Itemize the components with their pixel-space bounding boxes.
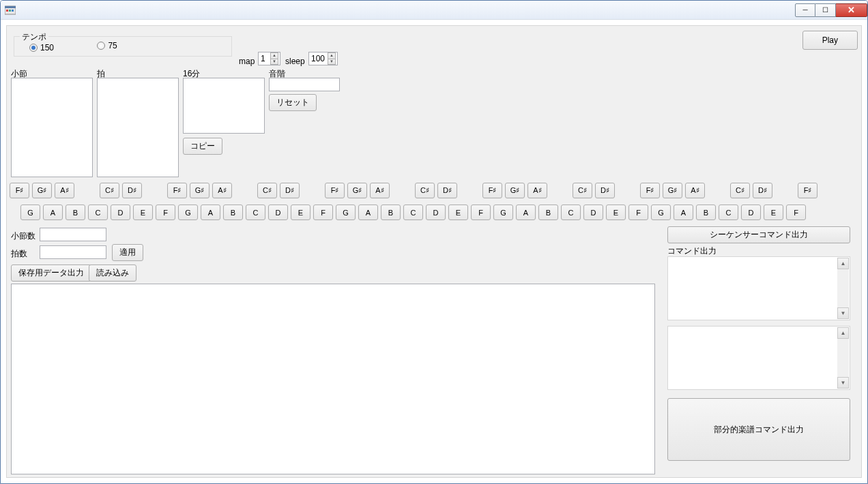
apply-button[interactable]: 適用 bbox=[112, 244, 143, 261]
key-Dsharp[interactable]: D♯ bbox=[122, 183, 142, 198]
beat-count-input[interactable] bbox=[40, 245, 106, 259]
key-Asharp[interactable]: A♯ bbox=[212, 183, 232, 198]
key-C[interactable]: C bbox=[88, 205, 108, 220]
key-Asharp[interactable]: A♯ bbox=[527, 183, 547, 198]
scrollbar[interactable]: ▲ ▼ bbox=[837, 327, 849, 389]
key-B[interactable]: B bbox=[223, 205, 243, 220]
scroll-up-icon[interactable]: ▲ bbox=[837, 258, 849, 269]
partial-button[interactable]: 部分的楽譜コマンド出力 bbox=[667, 398, 850, 461]
beat-listbox[interactable] bbox=[97, 78, 179, 177]
scroll-down-icon[interactable]: ▼ bbox=[837, 307, 849, 319]
key-Csharp[interactable]: C♯ bbox=[730, 183, 750, 198]
key-G[interactable]: G bbox=[336, 205, 356, 220]
key-Gsharp[interactable]: G♯ bbox=[32, 183, 52, 198]
key-F[interactable]: F bbox=[786, 205, 806, 220]
sleep-label: sleep bbox=[285, 57, 305, 66]
play-button[interactable]: Play bbox=[802, 31, 858, 50]
key-A[interactable]: A bbox=[674, 205, 693, 220]
key-D[interactable]: D bbox=[268, 205, 288, 220]
key-Csharp[interactable]: C♯ bbox=[100, 183, 119, 198]
key-Csharp[interactable]: C♯ bbox=[573, 183, 592, 198]
close-button[interactable]: ✕ bbox=[836, 3, 867, 17]
key-Csharp[interactable]: C♯ bbox=[257, 183, 277, 198]
main-textarea[interactable] bbox=[11, 284, 655, 474]
key-B[interactable]: B bbox=[381, 205, 401, 220]
key-A[interactable]: A bbox=[516, 205, 536, 220]
key-B[interactable]: B bbox=[538, 205, 558, 220]
key-Fsharp[interactable]: F♯ bbox=[482, 183, 502, 198]
key-Dsharp[interactable]: D♯ bbox=[437, 183, 457, 198]
key-D[interactable]: D bbox=[426, 205, 446, 220]
key-Asharp[interactable]: A♯ bbox=[370, 183, 390, 198]
key-D[interactable]: D bbox=[741, 205, 761, 220]
key-E[interactable]: E bbox=[133, 205, 153, 220]
key-C[interactable]: C bbox=[246, 205, 265, 220]
titlebar: ─ ☐ ✕ bbox=[1, 1, 867, 20]
key-D[interactable]: D bbox=[583, 205, 603, 220]
copy-button[interactable]: コピー bbox=[183, 138, 222, 155]
sixteenth-listbox[interactable] bbox=[183, 78, 265, 134]
key-Asharp[interactable]: A♯ bbox=[55, 183, 74, 198]
key-Dsharp[interactable]: D♯ bbox=[595, 183, 615, 198]
scrollbar[interactable]: ▲ ▼ bbox=[837, 258, 849, 319]
scroll-up-icon[interactable]: ▲ bbox=[837, 327, 849, 339]
maximize-button[interactable]: ☐ bbox=[815, 3, 836, 17]
sleep-spinner[interactable]: ▲▼ bbox=[328, 52, 336, 65]
key-E[interactable]: E bbox=[291, 205, 310, 220]
key-C[interactable]: C bbox=[719, 205, 738, 220]
map-numeric[interactable]: 1 ▲▼ bbox=[258, 52, 280, 65]
bar-count-input[interactable] bbox=[40, 228, 106, 241]
key-Gsharp[interactable]: G♯ bbox=[505, 183, 525, 198]
svg-rect-2 bbox=[6, 10, 8, 12]
key-B[interactable]: B bbox=[66, 205, 85, 220]
save-button[interactable]: 保存用データ出力 bbox=[11, 264, 91, 282]
key-F[interactable]: F bbox=[471, 205, 491, 220]
key-F[interactable]: F bbox=[628, 205, 648, 220]
map-spinner[interactable]: ▲▼ bbox=[270, 52, 278, 65]
tempo-radio-75[interactable]: 75 bbox=[97, 41, 117, 50]
key-G[interactable]: G bbox=[651, 205, 671, 220]
svg-rect-1 bbox=[5, 6, 16, 8]
key-Fsharp[interactable]: F♯ bbox=[167, 183, 187, 198]
key-G[interactable]: G bbox=[493, 205, 513, 220]
key-Gsharp[interactable]: G♯ bbox=[663, 183, 682, 198]
key-Fsharp[interactable]: F♯ bbox=[798, 183, 818, 198]
key-B[interactable]: B bbox=[696, 205, 716, 220]
key-C[interactable]: C bbox=[403, 205, 423, 220]
cmd-output-1[interactable]: ▲ ▼ bbox=[667, 256, 850, 320]
key-Fsharp[interactable]: F♯ bbox=[10, 183, 29, 198]
seq-cmd-button[interactable]: シーケンサーコマンド出力 bbox=[667, 226, 850, 243]
key-E[interactable]: E bbox=[606, 205, 626, 220]
bar-listbox[interactable] bbox=[11, 78, 93, 177]
key-G[interactable]: G bbox=[178, 205, 198, 220]
key-Gsharp[interactable]: G♯ bbox=[347, 183, 367, 198]
key-G[interactable]: G bbox=[20, 205, 40, 220]
minimize-button[interactable]: ─ bbox=[795, 3, 815, 17]
key-Fsharp[interactable]: F♯ bbox=[325, 183, 345, 198]
key-A[interactable]: A bbox=[201, 205, 220, 220]
tempo-radio-150[interactable]: 150 bbox=[29, 43, 54, 52]
key-C[interactable]: C bbox=[561, 205, 581, 220]
key-F[interactable]: F bbox=[156, 205, 175, 220]
key-A[interactable]: A bbox=[43, 205, 63, 220]
key-Fsharp[interactable]: F♯ bbox=[640, 183, 660, 198]
scroll-down-icon[interactable]: ▼ bbox=[837, 377, 849, 389]
tempo-label: テンポ bbox=[20, 31, 48, 43]
key-D[interactable]: D bbox=[111, 205, 130, 220]
key-A[interactable]: A bbox=[358, 205, 378, 220]
cmd-output-2[interactable]: ▲ ▼ bbox=[667, 326, 850, 390]
key-E[interactable]: E bbox=[448, 205, 468, 220]
key-Dsharp[interactable]: D♯ bbox=[753, 183, 772, 198]
sleep-numeric[interactable]: 100 ▲▼ bbox=[308, 52, 338, 65]
sharp-key-row: F♯G♯A♯C♯D♯F♯G♯A♯C♯D♯F♯G♯A♯C♯D♯F♯G♯A♯C♯D♯… bbox=[10, 183, 820, 198]
key-Csharp[interactable]: C♯ bbox=[415, 183, 435, 198]
key-Asharp[interactable]: A♯ bbox=[685, 183, 705, 198]
key-F[interactable]: F bbox=[313, 205, 333, 220]
scale-input[interactable] bbox=[269, 78, 340, 91]
load-button[interactable]: 読み込み bbox=[89, 264, 136, 282]
reset-button[interactable]: リセット bbox=[269, 94, 317, 111]
key-Dsharp[interactable]: D♯ bbox=[280, 183, 300, 198]
key-E[interactable]: E bbox=[764, 205, 783, 220]
client-area: Play テンポ 150 75 map 1 ▲▼ sleep bbox=[6, 25, 862, 478]
key-Gsharp[interactable]: G♯ bbox=[190, 183, 209, 198]
